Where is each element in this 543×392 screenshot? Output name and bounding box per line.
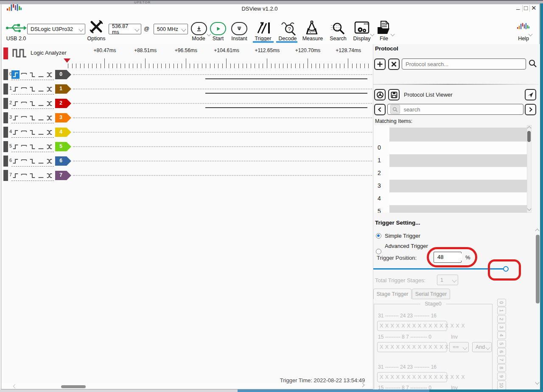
stage-tab-label: 2: [499, 318, 504, 320]
stage-tab-label: 5: [499, 342, 504, 345]
stage-tab-label: 3: [499, 326, 504, 328]
panel-scrollbar-thumb[interactable]: [536, 235, 540, 303]
stage-tab-6[interactable]: 6: [497, 348, 506, 356]
stage-tab-10[interactable]: 10: [497, 381, 506, 390]
stage-tab-label: 10: [499, 383, 504, 388]
stage-tab-9[interactable]: 9: [497, 373, 506, 380]
stage-tab-label: 1: [499, 309, 504, 312]
trigger-panel: Trigger Setting... Simple Trigger Advanc…: [0, 0, 543, 392]
background-right-strip: [540, 3, 543, 392]
stage-tab-4[interactable]: 4: [497, 331, 506, 339]
background-window-strip: UPETOR: [0, 0, 543, 4]
background-bottom-strip: [238, 389, 429, 392]
stage-tab-2[interactable]: 2: [497, 315, 506, 323]
stage-tab-7[interactable]: 7: [497, 356, 506, 364]
stage-tab-label: 6: [499, 350, 504, 353]
stage-tab-3[interactable]: 3: [497, 323, 506, 331]
background-bottom-strip: [429, 389, 543, 392]
background-window-text: UPETOR: [134, 0, 151, 4]
stage-tab-8[interactable]: 8: [497, 364, 506, 372]
stage-tab-label: 7: [499, 359, 504, 361]
stage-tab-label: 8: [499, 367, 504, 369]
stage-tab-label: 0: [499, 301, 504, 304]
stage-tab-5[interactable]: 5: [497, 340, 506, 348]
screen: { "desktop": { "background_text": "UPETO…: [0, 0, 543, 392]
background-bottom-strip: [0, 389, 238, 392]
stage-vertical-tabs: 012345678910: [0, 0, 543, 392]
stage-tab-label: 4: [499, 334, 504, 336]
stage-tab-0[interactable]: 0: [497, 299, 506, 306]
stage-tab-1[interactable]: 1: [497, 307, 506, 314]
stage-tab-label: 9: [499, 375, 504, 378]
